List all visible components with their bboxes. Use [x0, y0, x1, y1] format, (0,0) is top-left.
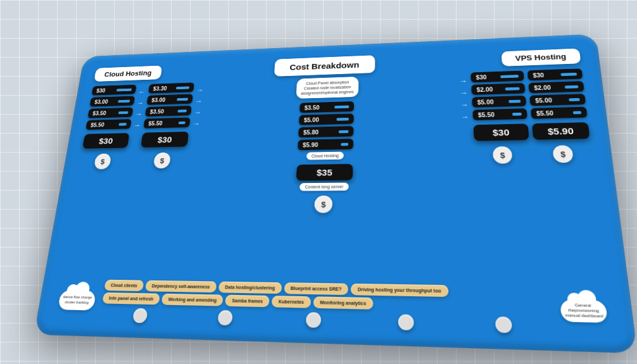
vps-left-price-2: $2.00	[471, 83, 525, 95]
cloud-right-price-2: $3.00	[147, 94, 193, 104]
vps-left-dollar-btn[interactable]: $	[493, 146, 513, 164]
vps-right-dollar-btn[interactable]: $	[552, 145, 574, 163]
price-bar	[334, 105, 349, 108]
breakdown-price-1: $3.50	[300, 101, 354, 113]
vps-right-col: $30 $2.00 $5.00 $5.50 $5.90 $	[527, 68, 593, 163]
cloud-right-dollar-btn[interactable]: $	[153, 152, 171, 168]
arrow-2: →	[137, 99, 144, 106]
price-bar	[177, 109, 187, 112]
knob-4[interactable]	[398, 314, 414, 330]
arrow-7: →	[194, 108, 201, 116]
breakdown-prices: $3.50 $5.00 $5.80 $5.90	[298, 101, 354, 150]
content-area: $30 $3.00 $3.50 $5.50 $30 $	[61, 68, 607, 280]
cloud-left-price-2: $3.00	[90, 96, 136, 106]
price-bar	[569, 97, 580, 101]
price-bar	[118, 111, 129, 114]
cloud-right-col: $3.30 $3.00 $3.50 $5.50 $30 $	[138, 82, 194, 168]
price-bar	[118, 99, 130, 103]
vps-right-total: $5.90	[532, 122, 590, 140]
price-bar	[500, 74, 519, 77]
knob-3[interactable]	[306, 312, 321, 328]
mid-left-arrows: → → → →	[192, 82, 204, 127]
arrow-1: ←	[138, 88, 146, 96]
vps-left-col: $30 $2.00 $5.00 $5.50 $30 $	[470, 70, 531, 164]
arrow-8: →	[192, 120, 200, 127]
main-board: Cloud Hosting Cost Breakdown VPS Hosting…	[34, 34, 637, 353]
arrow-9: →	[459, 77, 467, 85]
cloud-left-price-3: $3.50	[87, 107, 133, 118]
price-bar	[512, 112, 522, 115]
pill-monitoring[interactable]: Monitoring analytics	[313, 296, 373, 310]
price-bar	[177, 97, 188, 101]
arrow-11: →	[460, 101, 469, 109]
vps-left-price-3: $5.00	[472, 95, 526, 107]
cloud-right-total: $30	[141, 131, 189, 147]
arrow-6: →	[195, 97, 203, 104]
mid-label-2: Content long server	[300, 182, 348, 191]
vps-right-price-1: $30	[527, 68, 583, 80]
price-bar	[505, 87, 520, 90]
vps-left-price-4: $5.50	[472, 108, 527, 120]
vps-right-price-3: $5.00	[529, 94, 586, 106]
pill-blueprint[interactable]: Blueprint access SRE?	[284, 282, 348, 295]
breakdown-dollar-btn[interactable]: $	[314, 196, 332, 213]
price-bar	[508, 99, 520, 103]
pill-working[interactable]: Working and amending	[161, 293, 224, 306]
bottom-section: dance flow charge cluster backlog Cloud …	[53, 276, 614, 339]
pill-samba[interactable]: Samba frames	[225, 294, 270, 307]
knob-1[interactable]	[132, 308, 148, 323]
breakdown-price-2: $5.00	[299, 113, 354, 125]
price-bar	[565, 85, 579, 88]
cloud-left-dollar-btn[interactable]: $	[94, 153, 111, 169]
cloud-icon-right: General theprovisioning manual dashboard	[560, 299, 608, 322]
cloud-left-total: $30	[82, 133, 129, 149]
cost-breakdown-header: Cost Breakdown	[274, 55, 375, 77]
arrow-10: →	[460, 89, 468, 97]
price-bar	[573, 110, 582, 113]
vps-left-price-1: $30	[470, 70, 524, 82]
cloud-hosting-header: Cloud Hosting	[94, 65, 162, 82]
arrow-4: →	[134, 121, 141, 129]
arrow-12: →	[461, 113, 469, 121]
vps-right-price-2: $2.00	[528, 81, 584, 93]
vps-left-total: $30	[473, 123, 529, 141]
vps-right-price-4: $5.50	[531, 106, 588, 118]
arrow-5: →	[196, 86, 204, 94]
cloud-right-price-3: $3.50	[145, 105, 192, 116]
pill-info-panel[interactable]: Info panel and refresh	[102, 292, 160, 304]
center-col: Cloud Panel absorption Created node loca…	[194, 73, 461, 213]
pill-dependency[interactable]: Dependency self-awareness	[145, 280, 217, 292]
cloud-right-section: General theprovisioning manual dashboard	[556, 299, 612, 322]
pill-cloud-clients[interactable]: Cloud clients	[104, 279, 144, 291]
price-bar	[118, 122, 127, 125]
cloud-right-price-1: $3.30	[148, 82, 194, 93]
price-bar	[179, 121, 186, 124]
vps-hosting-header: VPS Hosting	[501, 48, 581, 66]
pill-driving[interactable]: Driving hosting your throughput too	[351, 283, 448, 296]
pills-section: Cloud clients Dependency self-awareness …	[99, 279, 553, 334]
mid-label-1: Cloud Hosting	[306, 151, 344, 160]
price-bar	[339, 130, 349, 133]
breakdown-price-4: $5.90	[298, 139, 353, 150]
cloud-right-price-4: $5.50	[143, 117, 190, 128]
arrow-3: →	[135, 110, 142, 118]
info-cloud-box: Cloud Panel absorption Created node loca…	[296, 76, 359, 98]
knob-2[interactable]	[217, 310, 232, 325]
cloud-left-col: $30 $3.00 $3.50 $5.50 $30 $	[79, 84, 136, 169]
cloud-left-price-1: $30	[92, 84, 137, 95]
price-bar	[117, 88, 132, 91]
breakdown-total: $35	[296, 164, 353, 181]
price-bar	[336, 117, 348, 120]
pill-kubernetes[interactable]: Kubernetes	[272, 296, 311, 308]
cloud-icon-left: dance flow charge cluster backlog	[58, 290, 96, 310]
knob-5[interactable]	[495, 316, 512, 332]
layout: Cloud Hosting Cost Breakdown VPS Hosting…	[53, 46, 614, 338]
pill-data-hosting[interactable]: Data hosting/clustering	[218, 281, 282, 294]
cloud-left-section: dance flow charge cluster backlog	[55, 290, 99, 310]
price-bar	[341, 142, 348, 146]
price-bar	[176, 86, 189, 89]
price-bar	[560, 72, 577, 75]
mid-right-arrows: → → → →	[459, 72, 469, 121]
cloud-left-price-4: $5.50	[85, 119, 132, 130]
breakdown-price-3: $5.80	[298, 126, 353, 137]
